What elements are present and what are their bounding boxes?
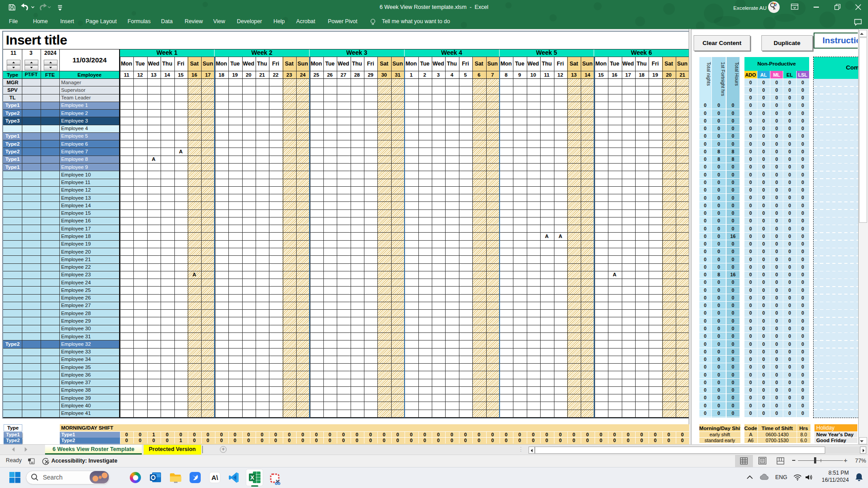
svg-text:X: X (250, 474, 254, 481)
